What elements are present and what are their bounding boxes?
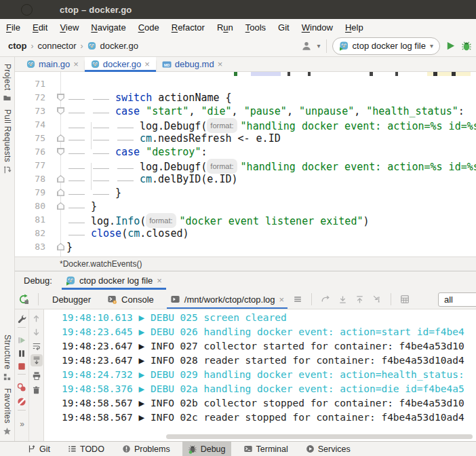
menu-help[interactable]: Help: [339, 22, 370, 33]
console-tab-debugger[interactable]: Debugger: [49, 290, 94, 309]
log-level-filter-select[interactable]: all: [438, 292, 476, 307]
printer-icon[interactable]: [32, 371, 41, 381]
tab-whitespace: [91, 193, 115, 196]
editor-tab-docker.go[interactable]: docker.go×: [85, 57, 156, 71]
statusbar-git[interactable]: Git: [22, 442, 56, 456]
fold-marker-icon[interactable]: [57, 202, 64, 210]
menu-run[interactable]: Run: [211, 22, 239, 33]
debug-session-tab[interactable]: ctop docker log file ×: [62, 271, 166, 290]
close-icon[interactable]: ×: [279, 294, 284, 305]
view-breakpoints-icon[interactable]: [17, 383, 26, 392]
statusbar-services[interactable]: Services: [300, 442, 356, 456]
token: [140, 146, 146, 158]
console-tab-console[interactable]: Console: [104, 290, 157, 309]
menu-window[interactable]: Window: [296, 22, 339, 33]
window-button-icon[interactable]: [21, 4, 33, 16]
run-configuration-select[interactable]: ctop docker log file ▾: [332, 37, 440, 55]
statusbar-terminal[interactable]: Terminal: [238, 442, 294, 456]
statusbar-debug[interactable]: Debug: [182, 442, 231, 456]
fold-marker-icon[interactable]: [57, 243, 64, 250]
code-text: }: [66, 240, 73, 254]
close-icon[interactable]: ×: [73, 60, 79, 69]
statusbar-todo[interactable]: TODO: [62, 442, 110, 456]
user-account-icon[interactable]: [301, 41, 312, 52]
scroll-up-icon[interactable]: [355, 295, 364, 304]
statusbar-problems[interactable]: Problems: [117, 442, 176, 456]
clipped-line-fragment: [395, 72, 398, 76]
close-icon[interactable]: ×: [144, 60, 150, 69]
menu-navigate[interactable]: Navigate: [85, 22, 132, 33]
hamburger-icon[interactable]: [293, 294, 302, 304]
tool-window-button-favorites[interactable]: Favorites: [3, 388, 12, 436]
tool-window-button-structure[interactable]: Structure: [3, 335, 12, 381]
fold-marker-icon[interactable]: [57, 107, 64, 115]
left-tool-window-stripe: ProjectPull Requests StructureFavorites: [0, 57, 15, 441]
tool-window-button-project[interactable]: Project: [3, 64, 12, 102]
menu-tools[interactable]: Tools: [239, 22, 272, 33]
rerun-button[interactable]: [18, 294, 29, 305]
toolbar-separator: [391, 293, 391, 305]
services-icon: [306, 444, 315, 453]
fold-marker-icon[interactable]: [57, 175, 64, 183]
code-editor[interactable]: 7172switch actionName {73case "start", "…: [15, 72, 476, 256]
more-actions-icon[interactable]: »: [20, 419, 24, 429]
tab-whitespace: [66, 168, 91, 170]
menu-refactor[interactable]: Refactor: [165, 22, 211, 33]
fold-marker-icon[interactable]: [57, 134, 64, 142]
scroll-down-icon[interactable]: [338, 295, 347, 304]
method-breadcrumb[interactable]: *Docker.watchEvents(): [60, 259, 142, 269]
fold-marker-icon[interactable]: [57, 148, 64, 155]
run-button[interactable]: [445, 41, 456, 51]
editor-tab-main.go[interactable]: main.go×: [20, 57, 85, 71]
menu-edit[interactable]: Edit: [26, 22, 54, 33]
tab-whitespace: [91, 112, 115, 115]
chevron-down-icon: ▾: [430, 42, 433, 50]
log-output[interactable]: 19:48:10.613 ▶ DEBU 025 screen cleared19…: [44, 309, 476, 441]
pause-icon[interactable]: [18, 349, 26, 358]
horizontal-scrollbar[interactable]: [166, 434, 473, 439]
code-line-78: 78cm.delByID(e.ID): [15, 172, 476, 186]
resume-icon[interactable]: [18, 336, 26, 345]
fold-marker-icon[interactable]: [57, 189, 64, 196]
tab-whitespace: [91, 180, 115, 183]
stop-icon[interactable]: [18, 362, 26, 370]
arrow-up-icon[interactable]: [32, 314, 41, 323]
menu-code[interactable]: Code: [132, 22, 165, 33]
fold-marker-icon[interactable]: [57, 94, 64, 101]
line-number: 81: [15, 213, 45, 227]
scroll-to-end-icon[interactable]: [31, 354, 43, 366]
toolbar-separator: [18, 327, 26, 328]
menu-file[interactable]: File: [0, 22, 26, 33]
soft-wrap-icon[interactable]: [32, 341, 41, 351]
trash-icon[interactable]: [32, 385, 41, 395]
breadcrumb-item-ctop[interactable]: ctop: [8, 41, 26, 51]
menu-git[interactable]: Git: [272, 22, 296, 33]
console-tab--mnt-work-ctop-ctop-log[interactable]: /mnt/work/ctop/ctop.log×: [167, 290, 287, 309]
markdown-icon: MD: [162, 60, 172, 69]
tab-whitespace: [66, 139, 91, 142]
token: [140, 105, 146, 117]
breadcrumb-separator: ›: [31, 41, 33, 51]
gopher-icon: [26, 60, 35, 69]
grid-icon[interactable]: [400, 294, 410, 304]
mute-breakpoints-icon[interactable]: [17, 397, 26, 406]
arrow-down-icon[interactable]: [32, 328, 41, 337]
code-text: log.Info(format:"docker event listener e…: [66, 213, 369, 228]
close-icon[interactable]: ×: [218, 60, 223, 69]
line-number: 74: [15, 118, 45, 132]
close-icon[interactable]: ×: [157, 276, 162, 286]
menu-view[interactable]: View: [54, 22, 85, 33]
token: }: [115, 187, 121, 199]
debug-button[interactable]: [461, 41, 472, 52]
wrench-icon[interactable]: [17, 314, 26, 324]
editor-tab-debug.md[interactable]: MDdebug.md×: [156, 57, 229, 71]
status-bar: GitTODOProblemsDebugTerminalServices: [0, 441, 476, 456]
breadcrumb-item-docker.go[interactable]: docker.go: [100, 41, 138, 51]
clipped-line-fragment: [452, 72, 456, 76]
gopher-icon: [91, 60, 100, 69]
prev-occurrence-icon[interactable]: [321, 294, 330, 304]
tool-window-button-pull-requests[interactable]: Pull Requests: [3, 109, 12, 174]
breadcrumb-item-connector[interactable]: connector: [37, 41, 76, 51]
log-line-02a: 19:48:58.376 ▶ DEBU 02a handling docker …: [44, 382, 476, 396]
scroll-to-cursor-icon[interactable]: [372, 294, 382, 304]
